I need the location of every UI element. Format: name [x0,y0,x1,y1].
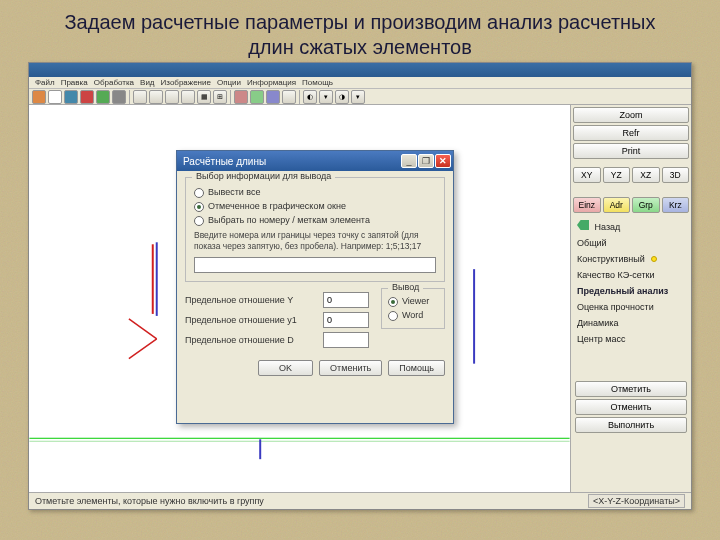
radio-all[interactable]: Вывести все [194,187,436,198]
radio-marked[interactable]: Отмеченное в графическом окне [194,201,436,212]
radio-viewer[interactable]: Viewer [388,296,438,307]
view-3d-button[interactable]: 3D [662,167,690,183]
menu-item[interactable]: Изображение [161,78,211,87]
ratio-y-input[interactable] [323,292,369,308]
mode-grp-button[interactable]: Grp [632,197,660,213]
element-numbers-input[interactable] [194,257,436,273]
toolbar-sep [299,90,300,104]
toolbar-icon[interactable]: ▾ [319,90,333,104]
hint-text: Введите номера или границы через точку с… [194,230,436,251]
titlebar [29,63,691,77]
ok-button[interactable]: OK [258,360,313,376]
dialog-body: Выбор информации для вывода Вывести все … [177,171,453,382]
radio-word[interactable]: Word [388,310,438,321]
toolbar-icon[interactable] [133,90,147,104]
radio-label: Вывести все [208,187,261,197]
menu-item[interactable]: Обработка [94,78,134,87]
svg-line-5 [129,319,157,339]
status-text: Отметьте элементы, которые нужно включит… [35,496,264,506]
execute-button[interactable]: Выполнить [575,417,687,433]
radio-label: Viewer [402,296,429,306]
nav-back-label: Назад [595,222,621,232]
group-title: Вывод [388,282,423,292]
menubar: Файл Правка Обработка Вид Изображение Оп… [29,77,691,89]
menu-item[interactable]: Файл [35,78,55,87]
mark-button[interactable]: Отметить [575,381,687,397]
mode-krz-button[interactable]: Krz [662,197,690,213]
toolbar-sep [230,90,231,104]
side-item-mesh-quality[interactable]: Качество КЭ-сетки [575,267,687,283]
toolbar-icon[interactable] [282,90,296,104]
side-item-center-mass[interactable]: Центр масс [575,331,687,347]
print-button[interactable]: Print [573,143,689,159]
dialog-cancel-button[interactable]: Отменить [319,360,382,376]
ratio-d-input[interactable] [323,332,369,348]
side-item-dynamics[interactable]: Динамика [575,315,687,331]
status-coords: <X-Y-Z-Координаты> [588,494,685,508]
maximize-icon[interactable]: ❐ [418,154,434,168]
view-yz-button[interactable]: YZ [603,167,631,183]
view-xz-button[interactable]: XZ [632,167,660,183]
radio-icon [194,188,204,198]
toolbar-icon[interactable] [234,90,248,104]
menu-item[interactable]: Вид [140,78,154,87]
svg-line-6 [129,339,157,359]
ratio-y1-input[interactable] [323,312,369,328]
radio-label: Выбрать по номеру / меткам элемента [208,215,370,225]
toolbar-icon[interactable] [80,90,94,104]
side-item-label: Конструктивный [577,254,645,264]
mode-adr-button[interactable]: Adr [603,197,631,213]
group-title: Выбор информации для вывода [192,171,335,181]
toolbar-icon[interactable]: ◑ [335,90,349,104]
ratio-y1-label: Предельное отношение y1 [185,315,319,325]
side-item-strength[interactable]: Оценка прочности [575,299,687,315]
close-icon[interactable]: ✕ [435,154,451,168]
radio-icon [388,311,398,321]
toolbar-icon[interactable] [266,90,280,104]
radio-icon [194,202,204,212]
refresh-button[interactable]: Refr [573,125,689,141]
toolbar-icon[interactable] [48,90,62,104]
toolbar-icon[interactable] [112,90,126,104]
statusbar: Отметьте элементы, которые нужно включит… [29,492,691,509]
ratio-d-label: Предельное отношение D [185,335,319,345]
help-button[interactable]: Помощь [388,360,445,376]
toolbar-icon[interactable]: ◐ [303,90,317,104]
output-selection-group: Выбор информации для вывода Вывести все … [185,177,445,282]
toolbar-icon[interactable]: ▦ [197,90,211,104]
menu-item[interactable]: Опции [217,78,241,87]
toolbar: ▦ ⊞ ◐ ▾ ◑ ▾ [29,89,691,105]
minimize-icon[interactable]: _ [401,154,417,168]
toolbar-icon[interactable] [64,90,78,104]
radio-icon [194,216,204,226]
radio-label: Word [402,310,423,320]
mode-einz-button[interactable]: Einz [573,197,601,213]
zoom-button[interactable]: Zoom [573,107,689,123]
dialog-titlebar[interactable]: Расчётные длины _ ❐ ✕ [177,151,453,171]
toolbar-icon[interactable]: ⊞ [213,90,227,104]
toolbar-icon[interactable]: ▾ [351,90,365,104]
indicator-dot-icon [651,256,657,262]
menu-item[interactable]: Помощь [302,78,333,87]
toolbar-icon[interactable] [149,90,163,104]
nav-back[interactable]: Назад [575,217,687,235]
menu-item[interactable]: Информация [247,78,296,87]
side-item-structural[interactable]: Конструктивный [575,251,687,267]
radio-bynumber[interactable]: Выбрать по номеру / меткам элемента [194,215,436,226]
side-item-limit-analysis[interactable]: Предельный анализ [575,283,687,299]
side-item-general[interactable]: Общий [575,235,687,251]
calc-lengths-dialog: Расчётные длины _ ❐ ✕ Выбор информации д… [176,150,454,424]
toolbar-icon[interactable] [32,90,46,104]
arrow-left-icon [577,220,589,230]
radio-icon [388,297,398,307]
toolbar-icon[interactable] [250,90,264,104]
menu-item[interactable]: Правка [61,78,88,87]
radio-label: Отмеченное в графическом окне [208,201,346,211]
dialog-title: Расчётные длины [183,156,266,167]
toolbar-icon[interactable] [96,90,110,104]
toolbar-icon[interactable] [181,90,195,104]
right-panel: Zoom Refr Print XY YZ XZ 3D Einz Adr Grp… [570,105,691,492]
view-xy-button[interactable]: XY [573,167,601,183]
cancel-button[interactable]: Отменить [575,399,687,415]
toolbar-icon[interactable] [165,90,179,104]
